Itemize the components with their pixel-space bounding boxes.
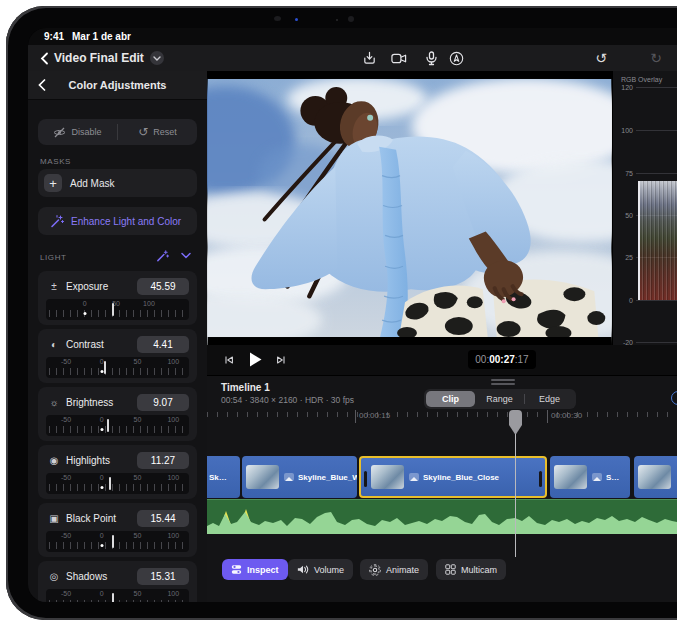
tick-label: 0 [100,474,104,481]
slider-highlights[interactable]: ◉ Highlights 11.27 -50 0 50 100 [38,445,197,499]
slider-ruler[interactable]: -50 0 50 100 [46,473,189,494]
slider-ruler[interactable]: -50 0 50 100 [46,415,189,436]
redo-icon[interactable]: ↻ [648,50,664,66]
brightness-icon: ☼ [48,397,60,408]
tick-label: 0 [83,300,87,307]
slider-ruler[interactable]: 0 50 100 [46,299,189,320]
skip-forward-button[interactable] [275,354,287,366]
highlights-icon: ◉ [48,455,60,466]
add-mask-button[interactable]: + Add Mask [38,169,197,197]
slider-exposure[interactable]: ± Exposure 45.59 0 50 100 [38,271,197,325]
timecode-post: :17 [515,354,529,365]
animate-button[interactable]: Animate [360,559,428,580]
tick-label: 100 [167,358,179,365]
panel-back-button[interactable] [38,79,46,91]
tick-label: 100 [143,300,155,307]
multicam-button[interactable]: Multicam [436,559,506,580]
camera-glint [295,18,298,21]
cutoff-blue-icon[interactable] [671,391,677,405]
ipad-device-frame: 9:41 Mar 1 de abr Video Final Edit [6,6,677,620]
timeline-info: 00:54 · 3840 × 2160 · HDR · 30 fps [221,395,354,405]
back-button[interactable] [36,50,52,66]
slider-ruler[interactable]: -50 0 50 100 [46,531,189,552]
mode-edge[interactable]: Edge [525,391,574,407]
import-media-icon[interactable] [361,50,377,66]
reset-button[interactable]: ↺ Reset [118,119,197,145]
clip-skyline-blue-close-selected[interactable]: Skyline_Blue_Close [359,456,547,498]
slider-contrast[interactable]: ◐ Contrast 4.41 -50 0 50 100 [38,329,197,383]
undo-icon[interactable]: ↺ [593,50,609,66]
playhead-line [515,434,516,557]
inspect-label: Inspect [247,565,279,575]
masks-section-label: MASKS [40,157,71,166]
slider-black-point[interactable]: ▣ Black Point 15.44 -50 0 50 100 [38,503,197,557]
clip-thumbnail [638,465,671,489]
tick-label: 0 [100,590,104,597]
rgb-overlay-scope: RGB Overlay 120 100 75 50 25 0 -20 [612,71,677,345]
slider-ruler[interactable]: -50 0 50 100 [46,589,189,602]
tick-label: 50 [134,532,142,539]
slider-value[interactable]: 15.44 [137,510,189,527]
scope-tick: 0 [615,297,633,304]
magic-wand-icon [50,214,64,228]
clip-edge-right[interactable] [634,456,677,498]
reset-label: Reset [153,127,177,137]
playhead-handle[interactable] [509,410,522,435]
audio-track[interactable] [207,499,677,534]
speaker-icon [297,564,309,575]
timeline-name[interactable]: Timeline 1 [221,382,270,393]
slider-ruler[interactable]: -50 0 50 100 [46,357,189,378]
slider-value[interactable]: 45.59 [137,278,189,295]
clip-skyline-blue-wide[interactable]: Skyline_Blue_Wide [242,456,357,498]
volume-button[interactable]: Volume [288,559,353,580]
edit-mode-segmented-control: Clip Range Edge [424,389,576,409]
clip-skyline-partial-right[interactable]: S… [550,456,630,498]
pencil-annotate-icon[interactable] [448,50,464,66]
slider-shadows[interactable]: ◎ Shadows 15.31 -50 0 50 100 [38,561,197,602]
record-video-icon[interactable] [391,50,407,66]
slider-value[interactable]: 4.41 [137,336,189,353]
status-date: Mar 1 de abr [72,31,131,42]
clip-label: S… [606,473,619,482]
slider-value[interactable]: 11.27 [137,452,189,469]
tick-label: -50 [61,416,71,423]
timecode-mid: 00:27 [489,354,515,365]
project-menu-button[interactable] [150,51,164,65]
microphone-icon[interactable] [423,50,439,66]
tick-label: 50 [134,358,142,365]
slider-value[interactable]: 15.31 [137,568,189,585]
slider-label: Contrast [66,339,131,350]
inspect-button[interactable]: Inspect [222,559,288,580]
trim-handle-right[interactable] [539,471,542,487]
mode-clip[interactable]: Clip [426,391,475,407]
project-title[interactable]: Video Final Edit [54,51,144,65]
contrast-icon: ◐ [48,339,60,350]
scope-waveform-edge [638,181,640,300]
trim-handle-left[interactable] [364,471,367,487]
shadows-icon: ◎ [48,571,60,582]
disable-button[interactable]: Disable [38,119,117,145]
tick-label: -50 [61,590,71,597]
enhance-button[interactable]: Enhance Light and Color [38,207,197,235]
plus-icon: + [44,174,62,192]
slider-brightness[interactable]: ☼ Brightness 9.07 -50 0 50 100 [38,387,197,441]
eye-off-icon [53,127,66,138]
panel-title: Color Adjustments [69,79,167,91]
mode-range[interactable]: Range [475,391,524,407]
transport-bar: 00:00:27:17 [207,345,677,375]
clip-skyline-partial-left[interactable]: Sk… [207,456,240,498]
play-button[interactable] [248,351,263,368]
skip-back-button[interactable] [223,354,235,366]
tick-label: 50 [134,590,142,597]
scope-tick: 75 [615,170,633,177]
timecode-display[interactable]: 00:00:27:17 [468,350,536,369]
light-wand-icon[interactable] [156,249,169,262]
scope-waveform [638,181,677,300]
timeline-resize-handle[interactable] [491,379,515,381]
slider-value[interactable]: 9.07 [137,394,189,411]
timeline-ruler[interactable] [207,412,677,417]
tick-label: 100 [167,474,179,481]
slider-label: Highlights [66,455,131,466]
light-collapse-chevron-icon[interactable] [181,252,191,259]
clip-label: Sk… [209,473,227,482]
